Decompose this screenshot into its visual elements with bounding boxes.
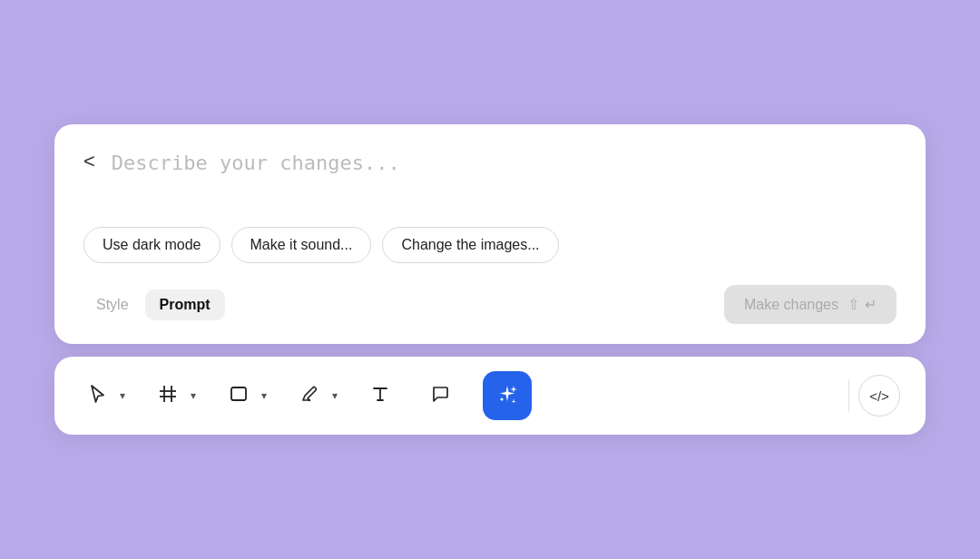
make-changes-button[interactable]: Make changes ⇧ ↵ [724, 285, 897, 324]
back-icon: < [83, 152, 95, 172]
toolbar-card: ▾ ▾ [54, 357, 926, 435]
pen-tool-group: ▾ [292, 377, 338, 415]
pen-chevron: ▾ [332, 389, 338, 402]
rectangle-tool-button[interactable] [221, 377, 256, 415]
shift-icon: ⇧ [848, 296, 859, 313]
cursor-tool-group: ▾ [80, 377, 125, 415]
tab-prompt[interactable]: Prompt [145, 289, 225, 320]
toolbar-tools: ▾ ▾ [80, 371, 839, 420]
svg-text:+: + [512, 398, 515, 405]
speech-bubble-icon [430, 384, 450, 407]
make-changes-label: Make changes [744, 297, 838, 313]
code-button[interactable]: </> [858, 375, 900, 417]
suggestion-change-images[interactable]: Change the images... [382, 227, 558, 263]
rectangle-tool-group: ▾ [221, 377, 267, 415]
suggestions-row: Use dark mode Make it sound... Change th… [83, 227, 897, 285]
enter-icon: ↵ [865, 296, 877, 313]
suggestion-make-sound[interactable]: Make it sound... [231, 227, 372, 263]
cursor-chevron: ▾ [120, 389, 125, 402]
suggestion-dark-mode[interactable]: Use dark mode [83, 227, 220, 263]
tabs-group: Style Prompt [83, 289, 225, 320]
cursor-tool-button[interactable] [80, 377, 114, 415]
pen-tool-button[interactable] [292, 377, 327, 415]
bottom-row: Style Prompt Make changes ⇧ ↵ [83, 285, 897, 324]
shortcut-icons: ⇧ ↵ [848, 296, 877, 313]
svg-rect-4 [231, 387, 246, 400]
sparkles-icon: + [495, 382, 520, 410]
svg-point-6 [501, 397, 504, 400]
toolbar-divider [848, 379, 849, 412]
prompt-card: < Use dark mode Make it sound... Change … [54, 124, 926, 345]
speech-tool-button[interactable] [423, 377, 457, 415]
hash-icon [158, 384, 178, 407]
text-tool-button[interactable] [363, 377, 397, 415]
rectangle-icon [229, 384, 249, 407]
frame-chevron: ▾ [191, 389, 196, 402]
code-icon: </> [869, 388, 889, 404]
frame-tool-button[interactable] [151, 377, 185, 415]
pen-icon [299, 384, 319, 407]
tab-style[interactable]: Style [83, 289, 142, 320]
describe-input[interactable] [112, 150, 897, 206]
cursor-icon [87, 384, 107, 407]
svg-point-5 [309, 399, 310, 401]
frame-tool-group: ▾ [151, 377, 196, 415]
text-icon [370, 384, 390, 407]
back-button[interactable]: < [83, 150, 101, 172]
rectangle-chevron: ▾ [261, 389, 267, 402]
ai-button[interactable]: + [483, 371, 532, 420]
input-row: < [83, 150, 897, 228]
